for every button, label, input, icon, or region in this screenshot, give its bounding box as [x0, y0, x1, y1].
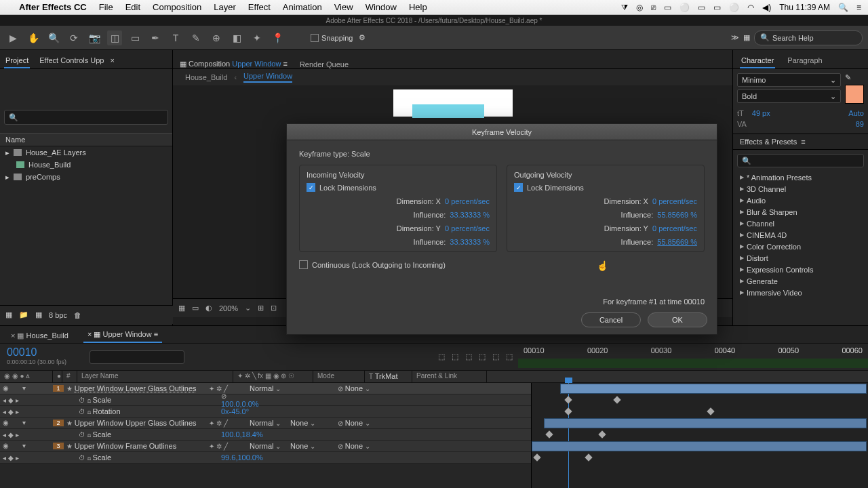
camera-tool-icon[interactable]: 📷	[87, 30, 102, 45]
wifi2-icon[interactable]: ◠	[747, 3, 754, 12]
dimy-value-in[interactable]: 0 percent/sec	[445, 224, 490, 232]
menu-layer[interactable]: Layer	[214, 2, 236, 12]
cancel-button[interactable]: Cancel	[581, 312, 641, 327]
effect-category[interactable]: ▶3D Channel	[736, 183, 865, 195]
mask-icon[interactable]: ▭	[192, 304, 199, 312]
tab-character[interactable]: Character	[740, 54, 775, 68]
menu-animation[interactable]: Animation	[283, 2, 322, 12]
camera-icon[interactable]: ⎚	[651, 3, 656, 12]
pan-behind-tool-icon[interactable]: ◫	[107, 30, 122, 45]
blend-mode[interactable]: Normal	[250, 419, 273, 427]
cc-icon[interactable]: ◎	[636, 3, 643, 12]
trkmat-value[interactable]: None	[290, 419, 308, 427]
crumb-upper-window[interactable]: Upper Window	[243, 72, 292, 83]
menu-composition[interactable]: Composition	[153, 2, 201, 12]
alpha-icon[interactable]: ◐	[205, 304, 212, 312]
effect-category[interactable]: ▶Immersive Video	[736, 287, 865, 298]
effect-category[interactable]: ▶Expression Controls	[736, 264, 865, 275]
effect-category[interactable]: ▶Distort	[736, 252, 865, 264]
influence-x-out[interactable]: 55.85669 %	[657, 211, 697, 219]
tl-icon[interactable]: ⬚	[452, 352, 458, 361]
keyframe-icon[interactable]	[707, 407, 714, 415]
crumb-house[interactable]: House_Build	[185, 73, 227, 81]
menu-icon[interactable]: ≡	[856, 3, 861, 12]
roto-tool-icon[interactable]: ✦	[250, 30, 264, 45]
prop-value[interactable]: 99.6,100.0%	[221, 453, 263, 462]
dropbox-icon[interactable]: ⧩	[621, 3, 628, 12]
timeline-search[interactable]	[90, 350, 184, 364]
layer-bar[interactable]	[544, 418, 867, 428]
eyedropper-icon[interactable]: ✎	[845, 73, 864, 82]
wifi-icon[interactable]: ⚪	[679, 3, 690, 12]
keyframe-icon[interactable]	[613, 396, 620, 403]
interpret-icon[interactable]: ▦	[5, 310, 12, 319]
menu-window[interactable]: Window	[366, 2, 397, 12]
fill-color-swatch[interactable]	[845, 85, 864, 104]
tv-icon[interactable]: ▭	[664, 3, 671, 12]
dimx-value-in[interactable]: 0 percent/sec	[445, 197, 490, 205]
battery-icon[interactable]: ▭	[698, 3, 705, 12]
hand-tool-icon[interactable]: ✋	[26, 30, 41, 45]
pen-tool-icon[interactable]: ✒	[148, 30, 163, 45]
project-item[interactable]: House_Build	[0, 159, 172, 171]
zoom-tool-icon[interactable]: 🔍	[46, 30, 61, 45]
layer-row[interactable]: ◉ ▾1 ★ Upper Window Lower Glass Outlines…	[0, 383, 531, 394]
eraser-tool-icon[interactable]: ◧	[229, 30, 244, 45]
menu-view[interactable]: View	[334, 2, 353, 12]
keyframe-icon[interactable]	[564, 407, 572, 415]
keyframe-icon[interactable]	[564, 396, 572, 403]
property-row[interactable]: ◂ ◆ ▸⏱ ⩍ Scale100.0,18.4%	[0, 429, 531, 441]
influence-x-in[interactable]: 33.33333 %	[450, 211, 490, 219]
menu-help[interactable]: Help	[409, 2, 427, 12]
lock-dimensions-in[interactable]: ✓Lock Dimensions	[307, 183, 490, 192]
displays-icon[interactable]: ▭	[713, 3, 721, 12]
snapping-toggle[interactable]: Snapping ⚙	[311, 33, 366, 42]
property-row[interactable]: ◂ ◆ ▸⏱ ⩍ Scale⊘ 100.0,0.0%	[0, 394, 531, 406]
rect-tool-icon[interactable]: ▭	[127, 30, 142, 45]
col-parent[interactable]: Parent & Link	[412, 371, 487, 382]
tab-composition[interactable]: ▦ Composition Upper Window ≡	[180, 60, 288, 68]
effect-category[interactable]: ▶Audio	[736, 195, 865, 206]
tl-icon[interactable]: ⬚	[492, 352, 499, 361]
effect-category[interactable]: ▶Channel	[736, 218, 865, 229]
clone-tool-icon[interactable]: ⊕	[209, 30, 224, 45]
bluetooth-icon[interactable]: ⚪	[729, 3, 739, 12]
prop-value[interactable]: 100.0,0.0%	[221, 400, 259, 408]
text-tool-icon[interactable]: T	[168, 30, 183, 45]
puppet-tool-icon[interactable]: 📍	[270, 30, 285, 45]
prop-value[interactable]: 100.0,18.4%	[221, 430, 263, 439]
workspace-grid-icon[interactable]: ▦	[743, 33, 750, 42]
grid-icon[interactable]: ⊞	[258, 304, 264, 312]
dimy-value-out[interactable]: 0 percent/sec	[652, 224, 697, 232]
effect-category[interactable]: ▶Generate	[736, 275, 865, 287]
project-item[interactable]: ▸House_AE Layers	[0, 146, 172, 159]
effects-search[interactable]: 🔍	[737, 154, 864, 167]
tab-paragraph[interactable]: Paragraph	[786, 54, 823, 68]
zoom-value[interactable]: 200%	[219, 304, 238, 312]
leading-value[interactable]: Auto	[848, 109, 864, 117]
search-help-input[interactable]: 🔍 Search Help	[754, 30, 863, 45]
timeline-tab-upper[interactable]: × ▦ Upper Window ≡	[83, 327, 162, 343]
menu-file[interactable]: File	[99, 2, 113, 12]
project-name-header[interactable]: Name	[0, 133, 172, 146]
project-search[interactable]: 🔍	[4, 110, 168, 125]
keyframe-icon[interactable]	[585, 453, 592, 461]
blend-mode[interactable]: Normal	[250, 384, 273, 392]
keyframe-icon[interactable]	[598, 430, 606, 438]
volume-icon[interactable]: ◀)	[762, 3, 771, 12]
time-ruler[interactable]: 00010 00020 00030 00040 00050 00060	[518, 344, 868, 370]
continuous-checkbox[interactable]: Continuous (Lock Outgoing to Incoming)	[299, 260, 705, 269]
project-item[interactable]: ▸preComps	[0, 171, 172, 183]
snap-options-icon[interactable]: ⚙	[359, 33, 366, 42]
parent-value[interactable]: None	[345, 442, 363, 450]
tab-project[interactable]: Project	[4, 54, 30, 68]
keyframe-icon[interactable]	[545, 430, 553, 438]
parent-value[interactable]: None	[345, 384, 363, 392]
bpc-label[interactable]: 8 bpc	[49, 311, 67, 319]
clock[interactable]: Thu 11:39 AM	[779, 3, 830, 12]
ok-button[interactable]: OK	[648, 312, 707, 327]
snapping-checkbox-icon[interactable]	[311, 34, 319, 42]
tracking-value[interactable]: 89	[856, 120, 864, 128]
resolution-icon[interactable]: ▦	[178, 304, 185, 312]
new-folder-icon[interactable]: 📁	[19, 310, 28, 319]
